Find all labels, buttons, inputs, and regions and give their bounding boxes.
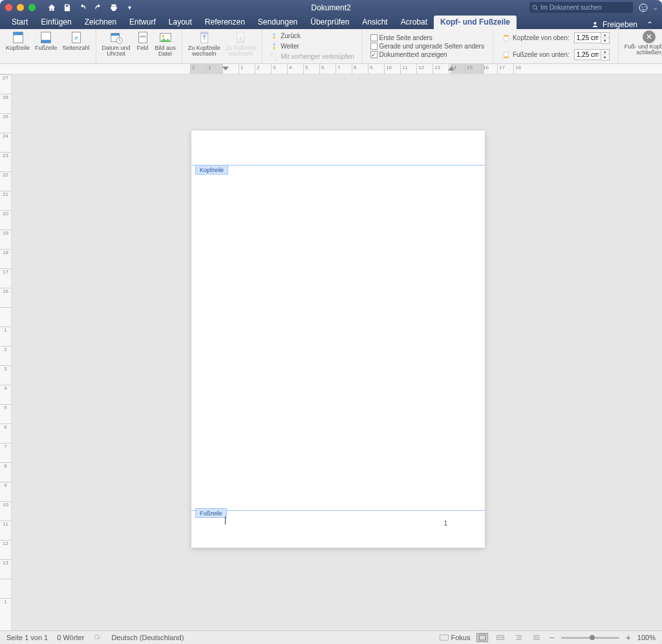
page: Kopfzeile Fußzeile 1: [191, 131, 485, 548]
spellcheck-icon[interactable]: [93, 634, 102, 641]
spin-up-icon[interactable]: ▲: [601, 33, 609, 38]
save-icon[interactable]: [63, 3, 72, 12]
close-header-footer-button[interactable]: ✕ Fuß- und Kopfzeile schließen: [622, 30, 662, 56]
status-language[interactable]: Deutsch (Deutschland): [111, 634, 184, 641]
qat-customize-icon[interactable]: ▾: [125, 3, 134, 12]
tab-acrobat[interactable]: Acrobat: [394, 16, 434, 29]
share-icon: [592, 21, 600, 28]
maximize-window-button[interactable]: [28, 4, 36, 11]
outline-view-button[interactable]: [513, 633, 524, 642]
window-controls: [5, 4, 36, 11]
minimize-window-button[interactable]: [17, 4, 24, 11]
zoom-slider[interactable]: [561, 637, 619, 639]
tab-zeichnen[interactable]: Zeichnen: [78, 16, 123, 29]
zoom-out-button[interactable]: −: [549, 632, 554, 643]
tab-entwurf[interactable]: Entwurf: [123, 16, 162, 29]
collapse-ribbon-icon[interactable]: ⌃: [643, 20, 657, 29]
svg-rect-24: [504, 35, 508, 36]
ribbon-tabs: Start Einfügen Zeichnen Entwurf Layout R…: [0, 15, 662, 29]
ribbon: Kopfzeile Fußzeile # Seitenzahl Datum un…: [0, 29, 662, 64]
header-icon: [11, 30, 25, 45]
web-layout-view-button[interactable]: [495, 633, 506, 642]
goto-footer-button[interactable]: Zu Fußzeile wechseln: [223, 30, 259, 58]
show-document-text-checkbox[interactable]: ✓Dokumenttext anzeigen: [368, 50, 449, 59]
svg-rect-28: [479, 635, 486, 640]
focus-mode-button[interactable]: Fokus: [440, 634, 471, 641]
odd-even-different-checkbox[interactable]: Gerade und ungerade Seiten anders: [368, 42, 486, 50]
zoom-level[interactable]: 100%: [637, 634, 656, 641]
spin-up-icon[interactable]: ▲: [601, 50, 609, 55]
svg-rect-27: [440, 635, 448, 640]
indent-marker-left-icon[interactable]: [222, 67, 229, 73]
footer-icon: [39, 30, 53, 45]
goto-header-button[interactable]: Zu Kopfzeile wechseln: [186, 30, 223, 58]
tab-einfuegen[interactable]: Einfügen: [34, 16, 78, 29]
tab-start[interactable]: Start: [5, 16, 34, 29]
checkbox-icon: [370, 34, 378, 41]
zoom-in-button[interactable]: +: [626, 632, 631, 643]
footer-bottom-icon: [502, 50, 511, 59]
draft-view-button[interactable]: [531, 633, 542, 642]
page-number-button[interactable]: # Seitenzahl: [60, 30, 92, 51]
search-placeholder: Im Dokument suchen: [540, 4, 602, 11]
indent-marker-right-icon[interactable]: [448, 67, 454, 73]
page-number-icon: #: [69, 30, 83, 45]
link-icon: [270, 52, 279, 61]
document-canvas[interactable]: Kopfzeile Fußzeile 1: [12, 74, 662, 630]
footer-page-number: 1: [443, 520, 447, 527]
field-icon: [136, 30, 150, 45]
redo-icon[interactable]: [94, 3, 103, 12]
svg-rect-22: [273, 47, 275, 48]
previous-icon: [270, 32, 279, 41]
field-button[interactable]: Feld: [133, 30, 153, 58]
first-page-different-checkbox[interactable]: Erste Seite anders: [368, 34, 434, 42]
footer-button[interactable]: Fußzeile: [32, 30, 60, 51]
search-input[interactable]: Im Dokument suchen: [529, 2, 633, 13]
horizontal-ruler[interactable]: 21123456789101112131415161718: [0, 64, 662, 74]
previous-button[interactable]: Zurück: [268, 31, 303, 41]
goto-footer-icon: [233, 30, 248, 45]
share-label: Freigeben: [603, 20, 637, 29]
svg-point-2: [644, 6, 645, 7]
datetime-icon: [109, 30, 123, 45]
svg-rect-14: [140, 36, 145, 38]
picture-icon: [158, 30, 173, 45]
svg-rect-7: [41, 40, 51, 43]
svg-point-3: [593, 22, 596, 25]
status-page[interactable]: Seite 1 von 1: [6, 634, 48, 641]
feedback-icon[interactable]: [638, 3, 648, 13]
svg-point-16: [162, 35, 164, 38]
tab-header-footer[interactable]: Kopf- und Fußzeile: [434, 16, 517, 29]
tab-ansicht[interactable]: Ansicht: [356, 16, 394, 29]
share-button[interactable]: Freigeben: [587, 20, 643, 29]
header-tag: Kopfzeile: [195, 165, 228, 175]
search-icon: [532, 5, 539, 11]
tab-referenzen[interactable]: Referenzen: [198, 16, 251, 29]
print-icon[interactable]: [109, 3, 118, 12]
svg-rect-5: [13, 32, 23, 36]
app-window: ▾ Dokument2 Im Dokument suchen ⌵ Start E…: [0, 0, 662, 644]
close-window-button[interactable]: [5, 4, 12, 11]
spin-down-icon[interactable]: ▼: [601, 55, 609, 60]
svg-rect-26: [504, 56, 508, 58]
next-button[interactable]: Weiter: [268, 41, 301, 52]
checkbox-icon: [370, 43, 378, 50]
tab-sendungen[interactable]: Sendungen: [251, 16, 304, 29]
tab-ueberpruefen[interactable]: Überprüfen: [304, 16, 356, 29]
header-button[interactable]: Kopfzeile: [3, 30, 32, 51]
header-from-top-input[interactable]: ▲▼: [574, 32, 610, 44]
datetime-button[interactable]: Datum und Uhrzeit: [100, 30, 133, 58]
feedback-chevron-icon[interactable]: ⌵: [654, 5, 657, 11]
zoom-slider-thumb[interactable]: [590, 635, 595, 640]
undo-icon[interactable]: [78, 3, 87, 12]
home-icon[interactable]: [47, 3, 56, 12]
spin-down-icon[interactable]: ▼: [601, 38, 609, 43]
footer-from-bottom-input[interactable]: ▲▼: [574, 49, 610, 61]
svg-point-0: [639, 4, 647, 12]
footer-tag: Fußzeile: [195, 508, 227, 518]
tab-layout[interactable]: Layout: [162, 16, 198, 29]
vertical-ruler[interactable]: 2726252423222120191817161234567891011121…: [0, 74, 12, 630]
status-words[interactable]: 0 Wörter: [57, 634, 84, 641]
picture-button[interactable]: Bild aus Datei: [153, 30, 178, 58]
print-layout-view-button[interactable]: [476, 633, 488, 642]
